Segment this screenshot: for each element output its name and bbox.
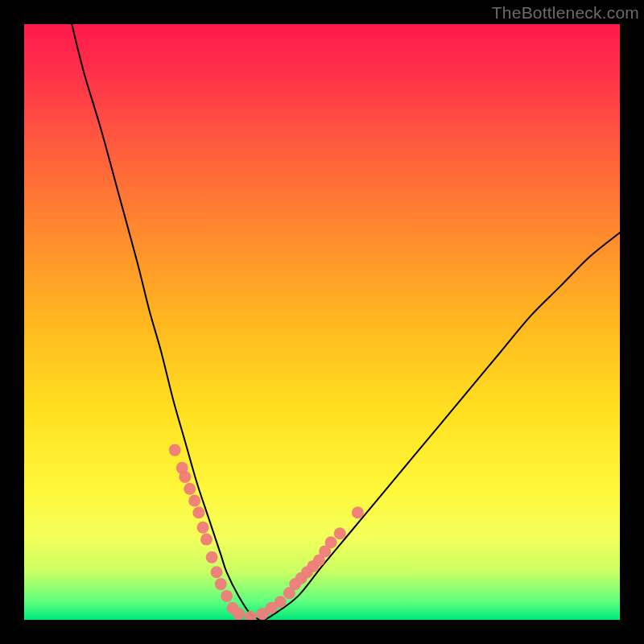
svg-point-3 xyxy=(184,483,196,495)
chart-svg xyxy=(24,24,620,620)
svg-point-8 xyxy=(206,551,218,564)
highlight-markers-left xyxy=(169,444,245,620)
svg-point-25 xyxy=(325,536,337,548)
svg-point-6 xyxy=(197,522,209,534)
plot-area xyxy=(24,24,620,620)
svg-point-0 xyxy=(169,444,181,456)
svg-point-10 xyxy=(215,578,227,590)
svg-point-26 xyxy=(334,527,346,539)
svg-point-14 xyxy=(245,611,257,620)
svg-point-13 xyxy=(233,608,245,620)
bottleneck-curve xyxy=(72,24,620,620)
svg-point-17 xyxy=(275,596,287,608)
svg-point-4 xyxy=(188,495,200,507)
svg-point-7 xyxy=(200,534,213,546)
svg-point-2 xyxy=(179,471,191,483)
highlight-markers-right xyxy=(245,506,364,620)
svg-point-5 xyxy=(192,506,204,518)
svg-point-11 xyxy=(221,590,233,602)
chart-frame: TheBottleneck.com xyxy=(0,0,644,644)
svg-point-27 xyxy=(352,506,364,518)
svg-point-9 xyxy=(211,566,223,578)
watermark-text: TheBottleneck.com xyxy=(492,3,639,23)
